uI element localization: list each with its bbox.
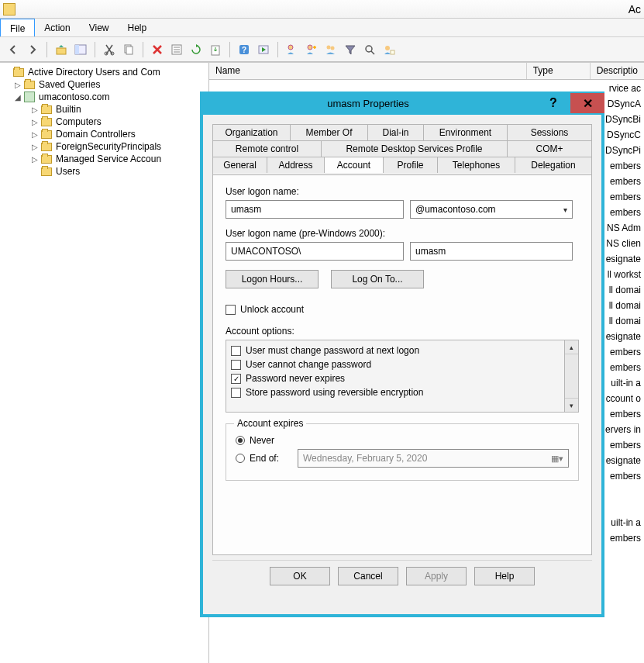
properties-icon[interactable]: [168, 41, 185, 58]
dialog-body: OrganizationMember OfDial-inEnvironmentS…: [203, 115, 601, 595]
tree-computers[interactable]: ▷ Computers: [2, 116, 207, 128]
menu-view[interactable]: View: [80, 19, 119, 36]
options-scrollbar[interactable]: ▴ ▾: [564, 340, 578, 412]
filter-icon[interactable]: [342, 41, 359, 58]
cancel-button[interactable]: Cancel: [338, 567, 398, 585]
folder-icon: [40, 154, 53, 164]
tab-delegation[interactable]: Delegation: [515, 157, 591, 173]
tab-sessions[interactable]: Sessions: [508, 125, 591, 140]
tab-com-[interactable]: COM+: [508, 141, 591, 157]
radio-icon[interactable]: [236, 454, 245, 463]
checkbox-icon[interactable]: ✓: [231, 374, 241, 384]
radio-icon[interactable]: [236, 436, 245, 445]
tree-root[interactable]: Active Directory Users and Com: [2, 66, 207, 78]
log-on-to-button[interactable]: Log On To...: [331, 270, 424, 288]
col-name[interactable]: Name: [209, 63, 527, 79]
tree-saved-queries[interactable]: ▷ Saved Queries: [2, 78, 207, 91]
tab-panel-account: User logon name: @umacontoso.com ▾ User …: [212, 175, 592, 555]
account-option-row[interactable]: Store password using reversible encrypti…: [231, 385, 560, 399]
pre2k-user-input[interactable]: [410, 242, 573, 261]
tab-environment[interactable]: Environment: [424, 125, 508, 140]
checkbox-icon[interactable]: [226, 305, 236, 315]
add-group-icon[interactable]: [322, 41, 339, 58]
svg-point-16: [308, 45, 312, 50]
tab-remote-control[interactable]: Remote control: [213, 141, 322, 157]
tree-fsp[interactable]: ▷ ForeignSecurityPrincipals: [2, 140, 207, 153]
ok-button[interactable]: OK: [270, 567, 330, 585]
logon-name-input[interactable]: [226, 200, 404, 219]
account-option-row[interactable]: User cannot change password: [231, 357, 560, 371]
upn-suffix-combo[interactable]: @umacontoso.com ▾: [410, 200, 573, 219]
tree-label: Managed Service Accoun: [56, 154, 161, 164]
tab-profile[interactable]: Profile: [384, 157, 438, 173]
checkbox-icon[interactable]: [231, 388, 241, 398]
tree-label: Builtin: [56, 104, 81, 115]
col-type[interactable]: Type: [527, 63, 591, 79]
up-icon[interactable]: [53, 41, 70, 58]
help-button[interactable]: Help: [474, 567, 535, 585]
unlock-account-row[interactable]: Unlock account: [226, 304, 579, 315]
tree-builtin[interactable]: ▷ Builtin: [2, 103, 207, 116]
properties-pane-icon[interactable]: [72, 41, 89, 58]
folder-icon: [40, 129, 53, 140]
pre2k-label: User logon name (pre-Windows 2000):: [226, 228, 579, 239]
col-desc[interactable]: Descriptio: [591, 63, 644, 79]
expires-date-picker[interactable]: Wednesday, February 5, 2020 ▦▾: [298, 449, 569, 468]
account-option-label: Password never expires: [246, 373, 345, 384]
tree-msa[interactable]: ▷ Managed Service Accoun: [2, 153, 207, 165]
expires-never-row[interactable]: Never: [236, 435, 569, 446]
account-option-row[interactable]: ✓Password never expires: [231, 371, 560, 385]
nav-back-icon[interactable]: [5, 41, 22, 58]
logon-hours-button[interactable]: Logon Hours...: [226, 270, 319, 288]
tab-general[interactable]: General: [213, 157, 267, 173]
add-user-icon[interactable]: [303, 41, 320, 58]
add-to-group-icon[interactable]: [381, 41, 398, 58]
expires-endof-row[interactable]: End of: Wednesday, February 5, 2020 ▦▾: [236, 449, 569, 468]
tree-label: Domain Controllers: [56, 129, 136, 140]
account-options-label: Account options:: [226, 326, 579, 337]
svg-rect-2: [75, 45, 79, 54]
tab-member-of[interactable]: Member Of: [291, 125, 368, 140]
scroll-up-icon[interactable]: ▴: [565, 340, 578, 354]
tree-label: umacontoso.com: [39, 92, 109, 102]
dialog-help-button[interactable]: ?: [536, 93, 570, 113]
menu-action[interactable]: Action: [35, 19, 79, 36]
tree-pane: Active Directory Users and Com ▷ Saved Q…: [0, 63, 209, 663]
tree-domain-controllers[interactable]: ▷ Domain Controllers: [2, 128, 207, 140]
apply-button[interactable]: Apply: [406, 567, 467, 585]
delete-icon[interactable]: [149, 41, 166, 58]
menu-file[interactable]: File: [0, 19, 35, 36]
folder-icon: [40, 116, 53, 127]
account-option-row[interactable]: User must change password at next logon: [231, 344, 560, 357]
dialog-close-button[interactable]: ✕: [570, 93, 604, 113]
cut-icon[interactable]: [101, 41, 118, 58]
find-user-icon[interactable]: [284, 41, 301, 58]
help-icon[interactable]: ?: [236, 41, 253, 58]
tab-account[interactable]: Account: [325, 157, 384, 173]
tab-telephones[interactable]: Telephones: [438, 157, 515, 173]
refresh-icon[interactable]: [188, 41, 205, 58]
scroll-down-icon[interactable]: ▾: [565, 398, 578, 412]
find-icon[interactable]: [361, 41, 378, 58]
checkbox-icon[interactable]: [231, 360, 241, 370]
checkbox-icon[interactable]: [231, 346, 241, 356]
svg-point-19: [366, 46, 372, 52]
svg-point-21: [385, 46, 390, 50]
export-icon[interactable]: [207, 41, 224, 58]
dialog-titlebar[interactable]: umasm Properties ? ✕: [200, 92, 604, 115]
run-icon[interactable]: [255, 41, 272, 58]
svg-point-18: [331, 46, 335, 50]
tab-remote-desktop-services-profile[interactable]: Remote Desktop Services Profile: [322, 141, 508, 157]
tab-organization[interactable]: Organization: [213, 125, 291, 140]
tree-domain[interactable]: ◢ umacontoso.com: [2, 91, 207, 103]
tab-address[interactable]: Address: [267, 157, 325, 173]
menu-help[interactable]: Help: [119, 19, 157, 36]
copy-icon[interactable]: [120, 41, 137, 58]
tab-dial-in[interactable]: Dial-in: [368, 125, 424, 140]
account-expires-group: Account expires Never End of: Wednesday,…: [226, 423, 579, 481]
tree-label: Saved Queries: [39, 79, 100, 90]
tree: Active Directory Users and Com ▷ Saved Q…: [0, 63, 208, 181]
tree-users[interactable]: Users: [2, 165, 207, 178]
nav-forward-icon[interactable]: [24, 41, 41, 58]
upn-suffix-value: @umacontoso.com: [415, 204, 496, 215]
